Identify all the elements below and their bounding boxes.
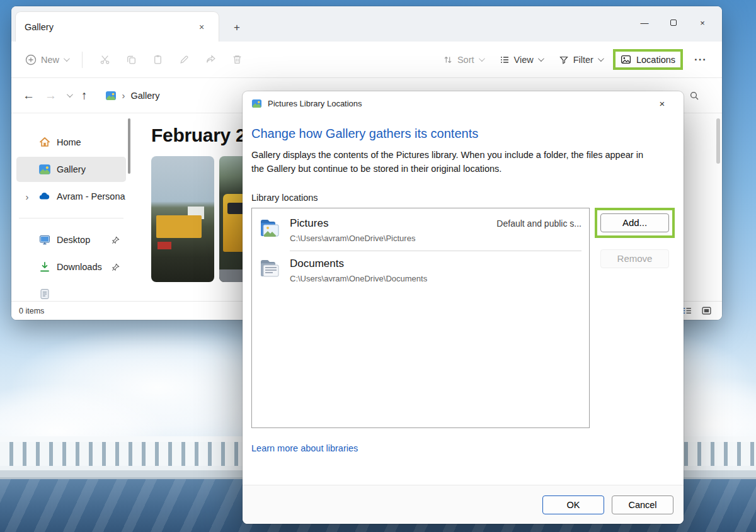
sidebar-divider: [19, 218, 123, 218]
gallery-icon: [38, 163, 51, 176]
maximize-button[interactable]: [659, 6, 688, 39]
onedrive-cloud-icon: [38, 190, 51, 203]
tab-close-icon[interactable]: ×: [193, 19, 210, 35]
chevron-down-icon: [64, 55, 70, 62]
pictures-library-locations-dialog: Pictures Library Locations × Change how …: [243, 91, 684, 524]
new-button-label: New: [41, 55, 59, 65]
sidebar-item-home[interactable]: Home: [16, 130, 126, 155]
dialog-title: Pictures Library Locations: [268, 99, 362, 108]
sort-label: Sort: [457, 55, 474, 65]
toolbar-divider: [82, 52, 83, 68]
dialog-titlebar[interactable]: Pictures Library Locations ×: [243, 91, 684, 115]
location-path: C:\Users\avram\OneDrive\Pictures: [290, 234, 581, 243]
add-button[interactable]: Add...: [600, 213, 669, 232]
plus-circle-icon: [25, 54, 37, 65]
view-toggles: [682, 305, 712, 316]
sort-button[interactable]: Sort: [437, 51, 489, 69]
back-button[interactable]: ←: [23, 89, 35, 103]
breadcrumb-gallery[interactable]: Gallery: [131, 91, 160, 101]
locations-button[interactable]: Locations: [621, 54, 675, 65]
sidebar-item-label: Downloads: [57, 262, 102, 272]
gallery-icon: [105, 90, 117, 101]
cut-button[interactable]: [91, 54, 118, 65]
home-icon: [38, 136, 51, 149]
view-label: View: [514, 55, 534, 65]
paste-button[interactable]: [144, 54, 171, 65]
tab-gallery[interactable]: Gallery ×: [15, 11, 219, 42]
toolbar-right-group: Sort View Filte: [437, 49, 713, 70]
location-path: C:\Users\avram\OneDrive\Documents: [290, 274, 581, 283]
forward-button[interactable]: →: [45, 89, 57, 103]
maximize-icon: [670, 20, 677, 26]
dialog-close-icon[interactable]: ×: [650, 94, 675, 113]
share-button[interactable]: [197, 54, 224, 65]
location-name: Pictures: [290, 217, 328, 230]
sidebar-scrollbar[interactable]: [128, 118, 130, 174]
cancel-button[interactable]: Cancel: [612, 495, 673, 514]
location-name: Documents: [290, 258, 344, 270]
view-icon: [500, 55, 510, 65]
tab-title: Gallery: [25, 22, 54, 32]
sidebar-item-desktop[interactable]: Desktop: [16, 227, 126, 252]
minimize-button[interactable]: —: [630, 6, 659, 39]
sidebar-item-label: Home: [57, 137, 81, 147]
photo-thumbnail[interactable]: [151, 156, 214, 282]
dialog-button-column: Add... Remove: [595, 208, 675, 428]
sidebar-item-onedrive[interactable]: › Avram - Persona: [16, 184, 126, 209]
annotation-highlight-locations: Locations: [613, 49, 683, 70]
sidebar-item-label: Gallery: [57, 164, 86, 174]
breadcrumb[interactable]: › Gallery: [105, 90, 160, 101]
view-button[interactable]: View: [494, 51, 548, 69]
pin-icon: [112, 263, 120, 271]
delete-button[interactable]: [224, 54, 250, 65]
filter-icon: [559, 55, 569, 65]
more-options-button[interactable]: ···: [688, 51, 713, 69]
sidebar-item-partial[interactable]: [16, 281, 126, 301]
locations-label: Locations: [636, 55, 675, 65]
ok-button[interactable]: OK: [542, 495, 604, 514]
up-button[interactable]: ↑: [81, 89, 88, 103]
sidebar-item-gallery[interactable]: Gallery: [16, 157, 126, 182]
sidebar: Home Gallery › Avram - Pers: [11, 113, 131, 301]
search-icon[interactable]: [689, 91, 699, 101]
library-location-row-documents[interactable]: Documents C:\Users\avram\OneDrive\Docume…: [252, 251, 589, 291]
documents-folder-icon: [260, 259, 284, 291]
dialog-description: Gallery displays the contents of the Pic…: [251, 149, 652, 176]
window-controls: — ×: [630, 6, 717, 39]
dialog-body: Change how Gallery gathers its contents …: [243, 115, 684, 485]
dialog-footer: OK Cancel: [243, 485, 684, 524]
dialog-heading: Change how Gallery gathers its contents: [251, 127, 675, 141]
desktop-monitor-icon: [38, 234, 51, 246]
downloads-icon: [38, 261, 51, 273]
library-locations-list: Pictures Default and public s... C:\User…: [251, 208, 590, 428]
chevron-down-icon: [598, 55, 604, 62]
copy-button[interactable]: [118, 54, 144, 65]
new-tab-button[interactable]: +: [229, 21, 244, 34]
breadcrumb-separator: ›: [122, 90, 125, 101]
new-button[interactable]: New: [20, 50, 73, 69]
pictures-library-icon: [251, 98, 262, 109]
library-locations-label: Library locations: [251, 193, 675, 203]
library-location-row-pictures[interactable]: Pictures Default and public s... C:\User…: [252, 211, 589, 251]
filter-label: Filter: [573, 55, 593, 65]
chevron-down-icon: [478, 55, 484, 62]
chevron-down-icon: [538, 55, 544, 62]
content-scrollbar[interactable]: [716, 118, 720, 164]
pictures-folder-icon: [260, 218, 284, 251]
document-icon: [38, 288, 51, 300]
rename-button[interactable]: [171, 54, 197, 65]
explorer-titlebar[interactable]: Gallery × + — ×: [11, 6, 722, 42]
remove-button[interactable]: Remove: [600, 249, 669, 268]
sidebar-item-label: Avram - Persona: [57, 191, 125, 201]
location-note: Default and public s...: [496, 218, 581, 229]
annotation-highlight-add: Add...: [595, 208, 675, 238]
learn-more-link[interactable]: Learn more about libraries: [251, 443, 358, 453]
thumbnail-view-icon[interactable]: [701, 305, 712, 316]
expand-chevron-icon[interactable]: ›: [21, 191, 33, 202]
filter-button[interactable]: Filter: [553, 51, 608, 69]
sidebar-item-downloads[interactable]: Downloads: [16, 254, 126, 280]
sidebar-item-label: Desktop: [57, 235, 90, 245]
sort-icon: [443, 55, 453, 65]
recent-locations-chevron[interactable]: [67, 91, 73, 98]
close-button[interactable]: ×: [688, 6, 717, 39]
